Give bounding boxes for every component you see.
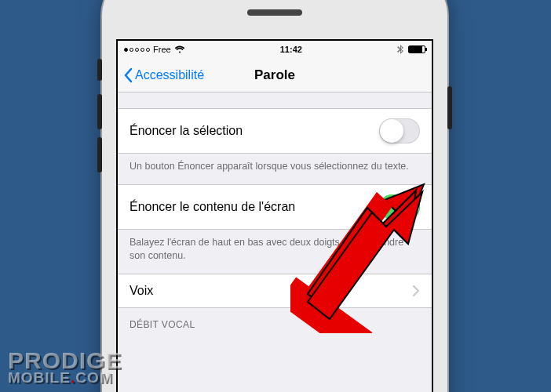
- bluetooth-icon: [397, 45, 403, 54]
- watermark-line2a: MOBILE: [8, 369, 71, 386]
- earpiece-speaker: [247, 9, 302, 16]
- voices-label: Voix: [130, 284, 153, 298]
- volume-up-button: [97, 94, 102, 129]
- speak-selection-label: Énoncer la sélection: [130, 124, 243, 138]
- screen: Free 11:42 Accessibilité Parole Énoncer …: [116, 39, 433, 392]
- speak-screen-row[interactable]: Énoncer le contenu de l'écran: [118, 184, 432, 230]
- speech-rate-header: DÉBIT VOCAL: [118, 308, 432, 335]
- speak-selection-toggle[interactable]: [379, 118, 420, 143]
- wifi-icon: [174, 45, 185, 53]
- status-left: Free: [124, 45, 185, 54]
- watermark-line2b: COM: [75, 369, 112, 386]
- settings-list[interactable]: Énoncer la sélection Un bouton Énoncer a…: [118, 93, 432, 335]
- signal-strength-icon: [124, 48, 150, 52]
- watermark: PRODIGE MOBILE.COM: [8, 350, 122, 384]
- mute-switch: [97, 59, 102, 81]
- volume-down-button: [97, 137, 102, 172]
- speak-screen-toggle[interactable]: [379, 194, 420, 220]
- speak-screen-footer: Balayez l'écran de haut en bas avec deux…: [118, 230, 432, 274]
- chevron-left-icon: [122, 67, 133, 83]
- speak-selection-row[interactable]: Énoncer la sélection: [118, 108, 432, 154]
- carrier-label: Free: [153, 45, 171, 54]
- speak-selection-footer: Un bouton Énoncer apparaît lorsque vous …: [118, 154, 432, 184]
- power-button: [447, 86, 452, 129]
- clock-label: 11:42: [280, 45, 302, 54]
- battery-icon: [408, 45, 425, 53]
- watermark-line1: PRODIGE: [8, 350, 122, 371]
- back-button[interactable]: Accessibilité: [118, 67, 204, 83]
- status-right: [397, 45, 425, 54]
- status-bar: Free 11:42: [118, 41, 432, 58]
- chevron-right-icon: [413, 285, 420, 296]
- phone-frame: Free 11:42 Accessibilité Parole Énoncer …: [102, 0, 447, 392]
- navigation-bar: Accessibilité Parole: [118, 58, 432, 93]
- voices-row[interactable]: Voix: [118, 274, 432, 308]
- speak-screen-label: Énoncer le contenu de l'écran: [130, 200, 295, 214]
- back-button-label: Accessibilité: [135, 68, 204, 82]
